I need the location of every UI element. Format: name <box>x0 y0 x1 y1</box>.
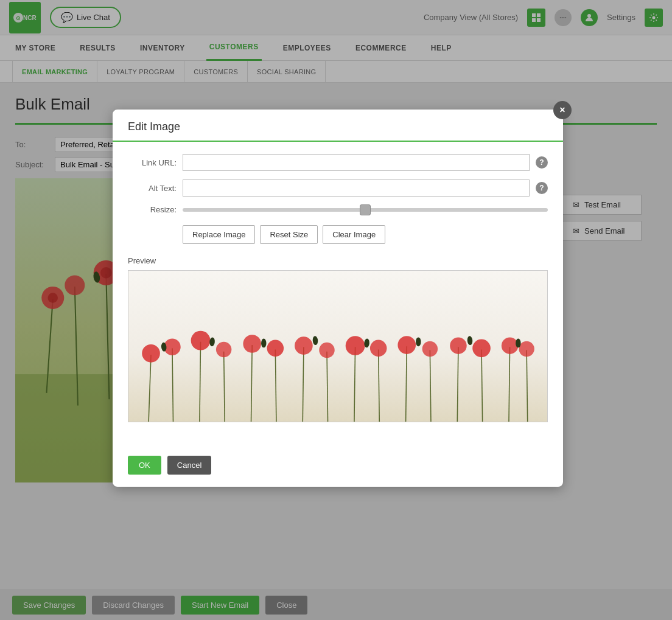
modal-footer: OK Cancel <box>113 447 563 487</box>
preview-box[interactable] <box>128 270 548 422</box>
edit-image-modal: × Edit Image Link URL: ? Alt Text: ? Res… <box>113 110 563 487</box>
alt-text-row: Alt Text: ? <box>128 179 548 197</box>
preview-section: Preview <box>128 256 548 434</box>
link-url-row: Link URL: ? <box>128 154 548 171</box>
resize-slider[interactable] <box>183 208 548 212</box>
svg-point-84 <box>416 337 421 346</box>
modal-ok-button[interactable]: OK <box>128 456 161 475</box>
alt-text-label: Alt Text: <box>128 184 177 193</box>
svg-point-71 <box>346 336 365 355</box>
svg-point-67 <box>243 335 261 353</box>
modal-close-button[interactable]: × <box>553 101 572 119</box>
link-url-help-icon[interactable]: ? <box>536 156 548 169</box>
clear-image-button[interactable]: Clear Image <box>323 225 385 244</box>
resize-label: Resize: <box>128 205 177 214</box>
resize-row: Resize: <box>128 205 548 214</box>
preview-image <box>128 271 547 422</box>
svg-point-73 <box>397 336 416 354</box>
svg-point-74 <box>422 341 438 357</box>
image-action-buttons: Replace Image Reset Size Clear Image <box>128 225 548 244</box>
svg-point-75 <box>450 337 467 354</box>
svg-point-76 <box>472 340 491 358</box>
svg-point-77 <box>502 337 519 354</box>
svg-point-81 <box>261 338 266 347</box>
modal-cancel-button[interactable]: Cancel <box>167 456 211 475</box>
svg-point-68 <box>267 340 284 357</box>
link-url-label: Link URL: <box>128 158 177 167</box>
link-url-input[interactable] <box>183 154 530 171</box>
svg-point-65 <box>191 331 211 350</box>
reset-size-button[interactable]: Reset Size <box>260 225 318 244</box>
svg-point-86 <box>516 338 520 347</box>
svg-point-69 <box>295 336 313 355</box>
modal-body: Link URL: ? Alt Text: ? Resize: Replace … <box>113 142 563 447</box>
replace-image-button[interactable]: Replace Image <box>183 225 255 244</box>
svg-point-70 <box>319 343 334 358</box>
svg-point-72 <box>370 340 387 357</box>
svg-point-66 <box>216 342 231 357</box>
alt-text-input[interactable] <box>183 179 530 197</box>
preview-flower-svg <box>128 271 547 422</box>
preview-label: Preview <box>128 256 548 265</box>
modal-title: Edit Image <box>128 120 548 133</box>
close-icon: × <box>559 105 565 116</box>
alt-text-help-icon[interactable]: ? <box>536 182 548 194</box>
svg-point-78 <box>519 341 534 357</box>
svg-point-63 <box>142 344 160 363</box>
modal-header: Edit Image <box>113 110 563 142</box>
